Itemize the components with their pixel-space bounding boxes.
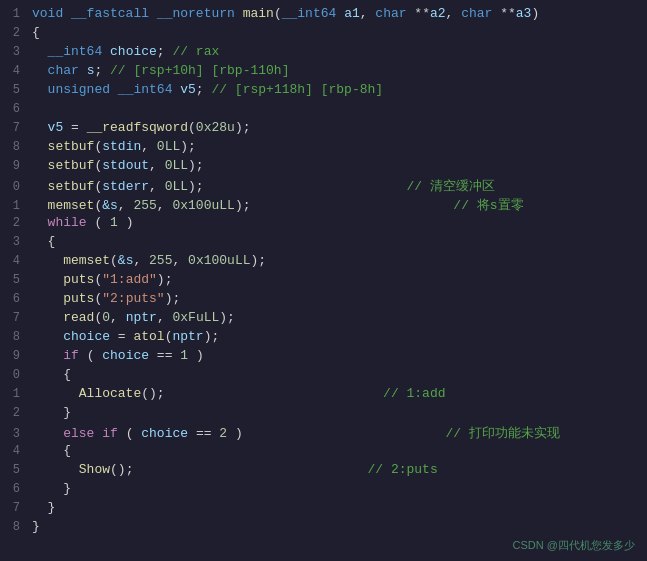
code-token: puts [63, 272, 94, 287]
line-code: memset(&s, 255, 0x100uLL); // 将s置零 [28, 196, 647, 214]
code-token: ) [531, 6, 539, 21]
code-token: , [360, 6, 376, 21]
code-token: setbuf [48, 139, 95, 154]
line-code: char s; // [rsp+10h] [rbp-110h] [28, 63, 647, 78]
code-token: // 打印功能未实现 [243, 426, 560, 441]
line-code: read(0, nptr, 0xFuLL); [28, 310, 647, 325]
code-line: 7 } [0, 500, 647, 519]
line-number: 8 [0, 330, 28, 344]
code-token: } [32, 519, 40, 534]
code-token: char [461, 6, 500, 21]
code-token: , [133, 253, 149, 268]
code-token: __int64 [282, 6, 344, 21]
code-line: 6 } [0, 481, 647, 500]
code-line: 7 v5 = __readfsqword(0x28u); [0, 120, 647, 139]
code-token: 0 [102, 310, 110, 325]
code-token: , [149, 179, 165, 194]
line-number: 9 [0, 159, 28, 173]
code-token: ); [219, 310, 235, 325]
code-token: memset [63, 253, 110, 268]
code-line: 6 puts("2:puts"); [0, 291, 647, 310]
line-code: void __fastcall __noreturn main(__int64 … [28, 6, 647, 21]
code-token: choice [110, 44, 157, 59]
code-token: a1 [344, 6, 360, 21]
code-token: ( [188, 120, 196, 135]
code-token: 0LL [165, 158, 188, 173]
code-line: 4 { [0, 443, 647, 462]
watermark: CSDN @四代机您发多少 [513, 538, 635, 553]
code-token: &s [118, 253, 134, 268]
code-token: } [32, 500, 55, 515]
code-token: unsigned [48, 82, 118, 97]
line-number: 1 [0, 199, 28, 213]
code-token: { [32, 367, 71, 382]
code-line: 0 { [0, 367, 647, 386]
line-number: 7 [0, 501, 28, 515]
code-token: v5 [180, 82, 196, 97]
code-line: 1void __fastcall __noreturn main(__int64… [0, 6, 647, 25]
code-token: choice [63, 329, 110, 344]
line-number: 1 [0, 387, 28, 401]
code-token: if [102, 426, 118, 441]
code-token: 255 [149, 253, 172, 268]
code-token: 0x28u [196, 120, 235, 135]
code-token: read [63, 310, 94, 325]
code-line: 5 unsigned __int64 v5; // [rsp+118h] [rb… [0, 82, 647, 101]
code-token [32, 215, 48, 230]
line-code: Allocate(); // 1:add [28, 386, 647, 401]
line-code: puts("1:add"); [28, 272, 647, 287]
line-number: 4 [0, 444, 28, 458]
code-token: 0xFuLL [173, 310, 220, 325]
code-token: } [32, 481, 71, 496]
code-token: { [32, 234, 55, 249]
code-token: ( [274, 6, 282, 21]
code-line: 1 Allocate(); // 1:add [0, 386, 647, 405]
code-token: == [188, 426, 219, 441]
code-token: , [118, 198, 134, 213]
code-token: ); [235, 120, 251, 135]
code-token: v5 [48, 120, 64, 135]
code-token: // 1:add [165, 386, 446, 401]
code-token: 255 [133, 198, 156, 213]
code-token: // [rsp+118h] [rbp-8h] [211, 82, 383, 97]
code-line: 8 setbuf(stdin, 0LL); [0, 139, 647, 158]
code-token [32, 291, 63, 306]
code-token: ); [188, 158, 204, 173]
code-token [32, 348, 63, 363]
code-token: (); [141, 386, 164, 401]
code-token: memset [48, 198, 95, 213]
code-token: ); [251, 253, 267, 268]
code-token: atol [133, 329, 164, 344]
code-token: ); [204, 329, 220, 344]
code-line: 2{ [0, 25, 647, 44]
line-code: puts("2:puts"); [28, 291, 647, 306]
code-token: // rax [172, 44, 219, 59]
line-number: 3 [0, 427, 28, 441]
code-token: Allocate [79, 386, 141, 401]
code-token: , [110, 310, 126, 325]
line-code [28, 101, 647, 116]
line-code: } [28, 500, 647, 515]
code-token: 2 [219, 426, 227, 441]
code-token [32, 462, 79, 477]
code-token: (); [110, 462, 133, 477]
code-token [32, 179, 48, 194]
code-token: main [243, 6, 274, 21]
code-token: "1:add" [102, 272, 157, 287]
line-code: unsigned __int64 v5; // [rsp+118h] [rbp-… [28, 82, 647, 97]
code-line: 7 read(0, nptr, 0xFuLL); [0, 310, 647, 329]
code-token: ) [118, 215, 134, 230]
line-number: 2 [0, 406, 28, 420]
line-code: else if ( choice == 2 ) // 打印功能未实现 [28, 424, 647, 442]
line-code: { [28, 443, 647, 458]
code-line: 8 choice = atol(nptr); [0, 329, 647, 348]
code-token: while [48, 215, 87, 230]
code-token: Show [79, 462, 110, 477]
code-token: a2 [430, 6, 446, 21]
code-token [32, 386, 79, 401]
code-token: char [375, 6, 414, 21]
line-number: 4 [0, 254, 28, 268]
line-code: Show(); // 2:puts [28, 462, 647, 477]
code-token: ** [500, 6, 516, 21]
line-code: } [28, 405, 647, 420]
